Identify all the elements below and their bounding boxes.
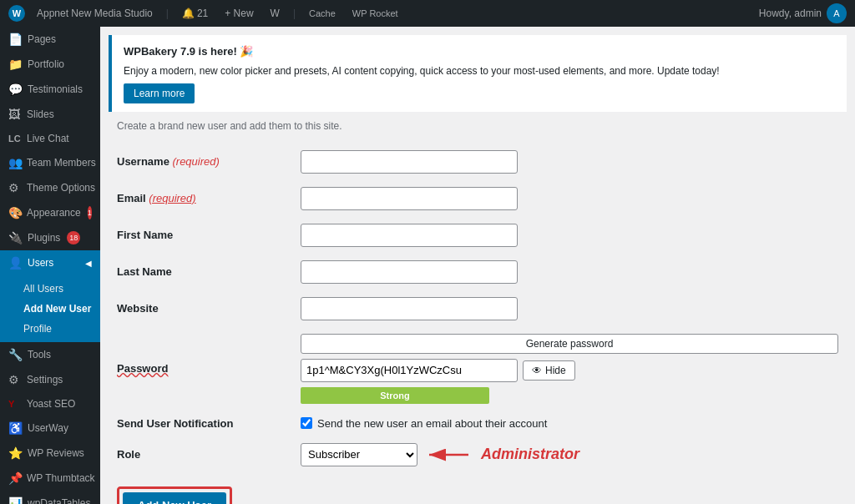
- role-field-cell: Subscriber Contributor Author Editor Adm…: [301, 436, 838, 473]
- firstname-label-text: First Name: [117, 229, 173, 241]
- username-field-cell: [301, 144, 838, 180]
- sidebar-label-userway: UserWay: [28, 422, 68, 434]
- sidebar-item-wpdatatables[interactable]: 📊 wpDataTables: [0, 491, 100, 504]
- website-input[interactable]: [301, 297, 518, 320]
- appearance-icon: 🎨: [8, 206, 22, 219]
- sidebar-label-appearance: Appearance: [27, 207, 81, 219]
- sidebar-item-yoast[interactable]: Y Yoast SEO: [0, 392, 100, 416]
- email-label-text: Email (required): [117, 192, 196, 204]
- add-user-form: Username (required) Email (required): [117, 144, 838, 473]
- wprocket-button[interactable]: WP Rocket: [347, 8, 403, 18]
- sidebar-label-wpdatatables: wpDataTables: [28, 497, 90, 504]
- role-select[interactable]: Subscriber Contributor Author Editor Adm…: [301, 443, 417, 466]
- username-row: Username (required): [117, 144, 838, 180]
- tools-icon: 🔧: [8, 348, 23, 361]
- site-name[interactable]: Appnet New Media Studio: [32, 8, 158, 19]
- admin-bar-right: Howdy, admin A: [759, 3, 847, 23]
- sidebar-item-users[interactable]: 👤 Users ◀: [0, 250, 100, 275]
- yoast-icon: Y: [8, 399, 22, 409]
- password-label-cell: Password: [117, 327, 301, 411]
- password-controls: Generate password 👁 Hide Strong: [301, 334, 838, 404]
- sidebar-item-appearance[interactable]: 🎨 Appearance 1: [0, 200, 100, 225]
- sidebar-label-settings: Settings: [27, 374, 63, 386]
- w-button[interactable]: W: [266, 8, 285, 19]
- form-description: Create a brand new user and add them to …: [117, 120, 838, 132]
- slides-icon: 🖼: [8, 108, 22, 121]
- firstname-row: First Name: [117, 217, 838, 254]
- sidebar-label-yoast: Yoast SEO: [27, 398, 75, 410]
- lastname-label-cell: Last Name: [117, 254, 301, 290]
- notification-row: Send User Notification Send the new user…: [117, 411, 838, 436]
- appearance-badge: 1: [88, 206, 92, 219]
- notifications[interactable]: 🔔 21: [177, 8, 213, 19]
- firstname-input[interactable]: [301, 224, 518, 247]
- hide-label: Hide: [545, 365, 566, 376]
- separator2: |: [293, 8, 296, 19]
- password-label-text: Password: [117, 362, 168, 375]
- sidebar-item-slides[interactable]: 🖼 Slides: [0, 102, 100, 127]
- add-new-user-button[interactable]: Add New User: [123, 492, 226, 505]
- sidebar: 📄 Pages 📁 Portfolio 💬 Testimonials 🖼 Sli…: [0, 27, 100, 504]
- notice-description: Enjoy a modern, new color picker and pre…: [124, 63, 835, 78]
- username-input[interactable]: [301, 150, 518, 174]
- sidebar-item-wp-thumbtack[interactable]: 📌 WP Thumbtack: [0, 466, 100, 491]
- password-input[interactable]: [301, 359, 518, 382]
- submenu-add-new-user[interactable]: Add New User: [0, 299, 100, 319]
- new-button[interactable]: + New: [220, 8, 258, 19]
- generate-password-button[interactable]: Generate password: [301, 334, 838, 354]
- lastname-input[interactable]: [301, 260, 518, 284]
- sidebar-label-testimonials: Testimonials: [28, 83, 83, 95]
- sidebar-item-live-chat[interactable]: LC Live Chat: [0, 127, 100, 150]
- website-field-cell: [301, 290, 838, 327]
- notification-label-text: Send User Notification: [117, 417, 233, 430]
- username-label-text: Username (required): [117, 155, 220, 168]
- sidebar-label-pages: Pages: [28, 33, 56, 45]
- sidebar-item-wp-reviews[interactable]: ⭐ WP Reviews: [0, 441, 100, 466]
- sidebar-item-pages[interactable]: 📄 Pages: [0, 27, 100, 52]
- admin-avatar[interactable]: A: [827, 3, 847, 23]
- password-strength-bar: Strong: [301, 387, 489, 404]
- users-icon: 👤: [8, 256, 23, 270]
- wp-logo[interactable]: W: [8, 5, 25, 22]
- notice-title: WPBakery 7.9 is here! 🎉: [124, 43, 835, 60]
- sidebar-item-plugins[interactable]: 🔌 Plugins 18: [0, 225, 100, 250]
- hide-password-button[interactable]: 👁 Hide: [523, 360, 575, 381]
- sidebar-item-portfolio[interactable]: 📁 Portfolio: [0, 52, 100, 77]
- form-area: Create a brand new user and add them to …: [100, 112, 855, 505]
- userway-icon: ♿: [8, 421, 23, 435]
- notification-controls: Send the new user an email about their a…: [301, 417, 838, 430]
- settings-icon: ⚙: [8, 373, 22, 386]
- email-label: Email (required): [117, 180, 301, 217]
- website-label-cell: Website: [117, 290, 301, 327]
- notification-checkbox-label: Send the new user an email about their a…: [317, 417, 547, 430]
- firstname-label-cell: First Name: [117, 217, 301, 254]
- arrow-icon: [422, 445, 473, 465]
- sidebar-label-tools: Tools: [28, 349, 51, 360]
- sidebar-item-testimonials[interactable]: 💬 Testimonials: [0, 77, 100, 102]
- username-required: (required): [172, 155, 219, 168]
- separator: |: [166, 8, 169, 19]
- sidebar-item-tools[interactable]: 🔧 Tools: [0, 342, 100, 367]
- users-submenu: All Users Add New User Profile: [0, 275, 100, 342]
- admin-bar-left: W Appnet New Media Studio | 🔔 21 + New W…: [8, 5, 756, 22]
- learn-more-button[interactable]: Learn more: [124, 83, 195, 103]
- sidebar-item-theme-options[interactable]: ⚙ Theme Options: [0, 175, 100, 200]
- send-notification-checkbox[interactable]: [301, 417, 312, 429]
- submenu-profile[interactable]: Profile: [0, 319, 100, 339]
- sidebar-label-team: Team Members: [27, 157, 96, 169]
- sidebar-item-userway[interactable]: ♿ UserWay: [0, 416, 100, 441]
- submenu-all-users[interactable]: All Users: [0, 279, 100, 299]
- live-chat-icon: LC: [8, 134, 22, 144]
- cache-button[interactable]: Cache: [304, 8, 341, 18]
- sidebar-item-settings[interactable]: ⚙ Settings: [0, 367, 100, 392]
- notification-field-cell: Send the new user an email about their a…: [301, 411, 838, 436]
- eye-icon: 👁: [532, 365, 542, 376]
- email-input[interactable]: [301, 187, 518, 210]
- theme-icon: ⚙: [8, 181, 22, 194]
- sidebar-item-team-members[interactable]: 👥 Team Members: [0, 150, 100, 175]
- pages-icon: 📄: [8, 33, 23, 46]
- email-required: (required): [149, 192, 195, 204]
- lastname-row: Last Name: [117, 254, 838, 290]
- notification-label-cell: Send User Notification: [117, 411, 301, 436]
- wp-reviews-icon: ⭐: [8, 446, 23, 460]
